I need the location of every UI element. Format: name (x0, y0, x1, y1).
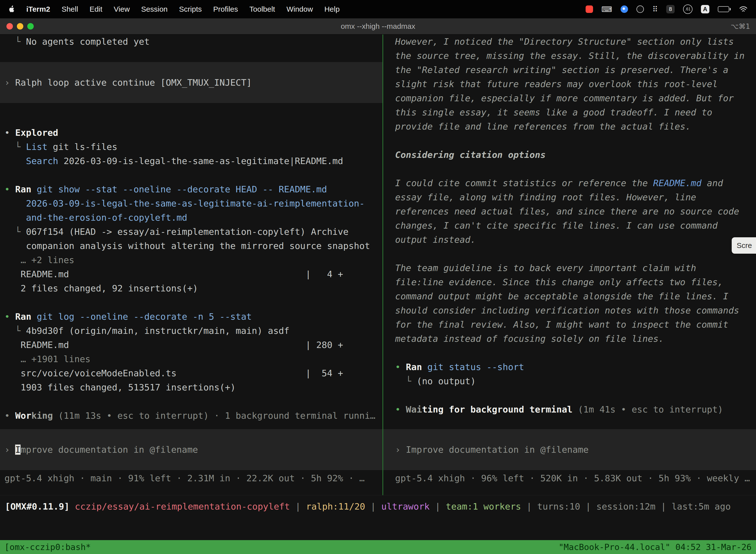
text-segment: Wai (406, 404, 422, 414)
text-segment: | (521, 501, 537, 511)
dark-app-icon[interactable] (636, 5, 644, 13)
text-segment: • (395, 362, 406, 372)
terminal-line: • Working (11m 13s • esc to interrupt) ·… (4, 408, 378, 423)
text-segment: Ralph loop active continue [OMX_TMUX_INJ… (15, 77, 252, 88)
text-segment: 2026-03-09-is-legal-the-same-as-legitima… (4, 198, 365, 209)
text-segment: List (26, 142, 48, 152)
terminal-line: companion analysis without altering the … (4, 239, 378, 253)
right-prompt-input[interactable]: › Improve documentation in @filename (383, 429, 756, 470)
text-segment: (11m 13s • esc to interrupt) · 1 backgro… (53, 410, 375, 421)
input-source-icon[interactable]: A (701, 5, 709, 13)
menu-item-session[interactable]: Session (141, 5, 168, 13)
menu-item-scripts[interactable]: Scripts (179, 5, 202, 13)
terminal-line: › Ralph loop active continue [OMX_TMUX_I… (4, 75, 378, 90)
apple-menu[interactable] (8, 5, 15, 13)
text-segment: └ (4, 227, 26, 237)
tmux-session-label[interactable]: [omx-cczip0:bash* (4, 540, 91, 554)
menu-item-toolbelt[interactable]: Toolbelt (250, 5, 275, 13)
zoom-button[interactable] (27, 23, 34, 30)
wifi-icon[interactable] (739, 6, 748, 12)
screen-share-popover[interactable]: Scre (732, 237, 756, 254)
text-segment: Search (26, 156, 58, 166)
right-pane[interactable]: However, I noticed the "Directory Struct… (383, 35, 756, 495)
text-segment: git ls-files (47, 142, 117, 152)
text-segment: | (290, 501, 306, 511)
terminal-line (395, 388, 746, 402)
terminal-panes: └ No agents completed yet › Ralph loop a… (0, 35, 756, 495)
terminal-line (4, 295, 378, 310)
terminal-line: README.md | 4 + (4, 267, 378, 281)
left-prompt-input[interactable]: › Improve documentation in @filename (0, 429, 382, 470)
keyboard-icon[interactable]: ⌨ (602, 5, 612, 14)
screen-recording-icon[interactable] (586, 5, 593, 13)
omx-mode: ultrawork (381, 501, 430, 511)
text-segment: (1m 41s • esc to interrupt) (572, 404, 723, 414)
text-segment: … +1901 lines (4, 354, 90, 364)
tmux-host-time: "MacBook-Pro-44.local" 04:52 31-Mar-26 (559, 540, 752, 554)
text-segment: git show --stat --oneline --decorate HEA… (37, 184, 327, 195)
terminal-line: … +1901 lines (4, 352, 378, 366)
terminal-line: • Waiting for background terminal (1m 41… (395, 402, 746, 417)
text-segment: › (4, 77, 15, 88)
text-segment: (no output) (417, 376, 476, 386)
dots-grid-icon[interactable]: ⠿ (652, 5, 658, 14)
text-segment: … +2 lines (4, 255, 74, 265)
terminal-line: └ No agents completed yet (4, 35, 378, 49)
text-segment: | (655, 501, 672, 511)
menu-item-view[interactable]: View (114, 5, 130, 13)
text-segment: └ (4, 326, 26, 336)
omx-status-line: [OMX#0.11.9] cczip/essay/ai-reimplementa… (0, 499, 756, 513)
text-segment: • (395, 404, 406, 414)
text-segment: • (4, 184, 15, 195)
battery-percent-icon[interactable]: .61 (683, 4, 693, 14)
battery-icon[interactable] (718, 6, 731, 12)
apple-logo-icon (8, 5, 15, 13)
right-bottom-group: › Improve documentation in @filename gpt… (383, 429, 756, 485)
text-segment: › (395, 445, 406, 455)
menu-item-profiles[interactable]: Profiles (213, 5, 238, 13)
close-button[interactable] (6, 23, 13, 30)
text-cursor: I (15, 445, 20, 455)
text-segment: └ (4, 37, 26, 47)
battery-nub (730, 8, 731, 10)
reasoning-heading: Considering citation options (395, 148, 746, 162)
terminal-line: 2026-03-09-is-legal-the-same-as-legitima… (4, 196, 378, 211)
text-segment: › (4, 445, 15, 455)
text-segment: Ran (15, 312, 37, 322)
text-segment: 2026-03-09-is-legal-the-same-as-legitima… (58, 156, 343, 166)
text-segment: Ran (15, 184, 37, 195)
menu-item-window[interactable]: Window (287, 5, 313, 13)
screen: iTerm2 ShellEditViewSessionScriptsProfil… (0, 0, 756, 554)
terminal-line (4, 394, 378, 408)
omx-ralph-count: ralph:11/20 (306, 501, 365, 511)
text-segment: Improve documentation in @filename (406, 445, 588, 455)
right-transcript: • Ran git status --short └ (no output) •… (383, 360, 756, 417)
menu-bar-status-area: ⌨ ⠿ 8 .61 A (586, 4, 748, 14)
terminal-line: • Explored (4, 126, 378, 140)
blue-app-icon[interactable] (621, 5, 628, 13)
menu-item-help[interactable]: Help (324, 5, 340, 13)
window-shortcut-badge: ⌥⌘1 (731, 22, 756, 31)
terminal-line: └ 067f154 (HEAD -> essay/ai-reimplementa… (4, 225, 378, 239)
text-segment: └ (395, 376, 417, 386)
text-segment: README.md (653, 178, 701, 188)
terminal-line: 1903 files changed, 513517 insertions(+) (4, 380, 378, 394)
omx-turns: turns:10 (537, 501, 580, 511)
left-pane[interactable]: └ No agents completed yet › Ralph loop a… (0, 35, 383, 495)
minimize-button[interactable] (17, 23, 23, 30)
text-segment: king (31, 410, 53, 421)
app-menu-iterm2[interactable]: iTerm2 (26, 5, 50, 13)
menu-item-shell[interactable]: Shell (62, 5, 78, 13)
text-segment: Explored (15, 127, 58, 138)
omx-session: session:12m (596, 501, 655, 511)
left-bottom-group: › Improve documentation in @filename gpt… (0, 429, 382, 485)
text-segment: git log --oneline --decorate -n 5 --stat (37, 312, 252, 322)
omx-version: [OMX#0.11.9] (5, 501, 75, 511)
menu-item-edit[interactable]: Edit (89, 5, 103, 13)
reasoning-paragraph-1: However, I noticed the "Directory Struct… (395, 35, 746, 133)
text-segment: I could cite commit statistics or refere… (395, 178, 653, 188)
terminal-window: └ No agents completed yet › Ralph loop a… (0, 35, 756, 554)
text-segment: README.md | 280 + (4, 340, 343, 350)
key-8-icon[interactable]: 8 (666, 5, 675, 13)
text-segment: ting for background terminal (422, 404, 572, 414)
